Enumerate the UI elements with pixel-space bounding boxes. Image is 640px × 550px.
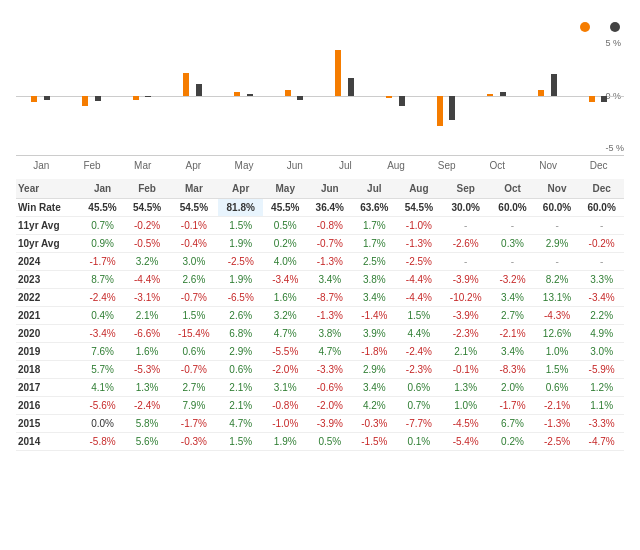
table-row: 2022-2.4%-3.1%-0.7%-6.5%1.6%-8.7%3.4%-4.… <box>16 289 624 307</box>
cell-value: -0.6% <box>308 379 353 397</box>
mean-bar <box>247 94 253 96</box>
mean-bar <box>601 96 607 102</box>
cell-value: 4.1% <box>80 379 125 397</box>
x-axis-labels: JanFebMarAprMayJunJulAugSepOctNovDec <box>16 160 624 171</box>
cell-value: 4.9% <box>579 325 624 343</box>
row-label: 2021 <box>16 307 80 325</box>
cell-value: 60.0% <box>579 199 624 217</box>
cell-value: 7.6% <box>80 343 125 361</box>
x-label: Jul <box>320 160 371 171</box>
cell-value: 1.7% <box>352 217 397 235</box>
cell-value: -2.0% <box>263 361 308 379</box>
median-bar <box>487 94 493 96</box>
median-bar <box>386 96 392 98</box>
x-label: Apr <box>168 160 219 171</box>
cell-value: - <box>441 253 490 271</box>
cell-value: 1.5% <box>169 307 218 325</box>
cell-value: 0.6% <box>397 379 442 397</box>
table-row: 20210.4%2.1%1.5%2.6%3.2%-1.3%-1.4%1.5%-3… <box>16 307 624 325</box>
cell-value: -1.5% <box>352 433 397 451</box>
cell-value: -3.4% <box>263 271 308 289</box>
cell-value: -1.7% <box>490 397 535 415</box>
bar-column-may <box>219 36 270 156</box>
median-color-dot <box>580 22 590 32</box>
cell-value: - <box>535 253 580 271</box>
median-bar <box>82 96 88 106</box>
median-bar <box>183 73 189 96</box>
cell-value: 54.5% <box>169 199 218 217</box>
legend-median <box>580 22 594 32</box>
row-label: 2020 <box>16 325 80 343</box>
mean-bar <box>348 78 354 96</box>
cell-value: 0.3% <box>490 235 535 253</box>
bar-column-mar <box>117 36 168 156</box>
row-label: 2019 <box>16 343 80 361</box>
cell-value: -2.4% <box>80 289 125 307</box>
cell-value: -1.3% <box>308 253 353 271</box>
median-bar <box>31 96 37 102</box>
cell-value: 0.9% <box>80 235 125 253</box>
cell-value: -4.4% <box>125 271 170 289</box>
bar-column-feb <box>67 36 118 156</box>
cell-value: 1.6% <box>125 343 170 361</box>
cell-value: 0.2% <box>263 235 308 253</box>
cell-value: -3.3% <box>579 415 624 433</box>
cell-value: -0.1% <box>169 217 218 235</box>
cell-value: -3.9% <box>441 307 490 325</box>
bar-column-apr <box>168 36 219 156</box>
table-row: 2016-5.6%-2.4%7.9%2.1%-0.8%-2.0%4.2%0.7%… <box>16 397 624 415</box>
median-bar <box>234 92 240 96</box>
cell-value: 2.6% <box>218 307 263 325</box>
cell-value: -6.6% <box>125 325 170 343</box>
cell-value: -1.0% <box>397 217 442 235</box>
mean-bar <box>95 96 101 101</box>
seasonality-table: YearJanFebMarAprMayJunJulAugSepOctNovDec… <box>16 179 624 451</box>
cell-value: -3.1% <box>125 289 170 307</box>
col-header-apr: Apr <box>218 179 263 199</box>
cell-value: 5.8% <box>125 415 170 433</box>
cell-value: -0.3% <box>169 433 218 451</box>
bar-column-jan <box>16 36 67 156</box>
cell-value: 3.4% <box>490 289 535 307</box>
cell-value: 3.8% <box>352 271 397 289</box>
cell-value: -2.5% <box>397 253 442 271</box>
cell-value: 2.5% <box>352 253 397 271</box>
cell-value: 2.0% <box>490 379 535 397</box>
row-label: 2022 <box>16 289 80 307</box>
cell-value: 6.7% <box>490 415 535 433</box>
cell-value: 3.0% <box>169 253 218 271</box>
table-body: Win Rate45.5%54.5%54.5%81.8%45.5%36.4%63… <box>16 199 624 451</box>
cell-value: 1.5% <box>218 217 263 235</box>
cell-value: -4.4% <box>397 271 442 289</box>
cell-value: -5.3% <box>125 361 170 379</box>
cell-value: 4.7% <box>263 325 308 343</box>
col-header-jun: Jun <box>308 179 353 199</box>
col-header-jul: Jul <box>352 179 397 199</box>
cell-value: 6.8% <box>218 325 263 343</box>
cell-value: -5.6% <box>80 397 125 415</box>
cell-value: -0.2% <box>579 235 624 253</box>
cell-value: 2.1% <box>218 379 263 397</box>
row-label: 2017 <box>16 379 80 397</box>
cell-value: 3.4% <box>352 379 397 397</box>
table-row: 20238.7%-4.4%2.6%1.9%-3.4%3.4%3.8%-4.4%-… <box>16 271 624 289</box>
col-header-mar: Mar <box>169 179 218 199</box>
cell-value: 1.1% <box>579 397 624 415</box>
cell-value: 60.0% <box>535 199 580 217</box>
bars-area <box>16 36 624 156</box>
mean-bar <box>196 84 202 96</box>
cell-value: -8.7% <box>308 289 353 307</box>
cell-value: -8.3% <box>490 361 535 379</box>
cell-value: 4.7% <box>218 415 263 433</box>
cell-value: -1.7% <box>80 253 125 271</box>
x-label: Mar <box>117 160 168 171</box>
table-row: 20174.1%1.3%2.7%2.1%3.1%-0.6%3.4%0.6%1.3… <box>16 379 624 397</box>
median-bar <box>437 96 443 126</box>
cell-value: 1.9% <box>263 433 308 451</box>
x-label: Dec <box>573 160 624 171</box>
cell-value: 5.6% <box>125 433 170 451</box>
table-row: 2020-3.4%-6.6%-15.4%6.8%4.7%3.8%3.9%4.4%… <box>16 325 624 343</box>
cell-value: -3.3% <box>308 361 353 379</box>
cell-value: 0.4% <box>80 307 125 325</box>
cell-value: 0.6% <box>169 343 218 361</box>
